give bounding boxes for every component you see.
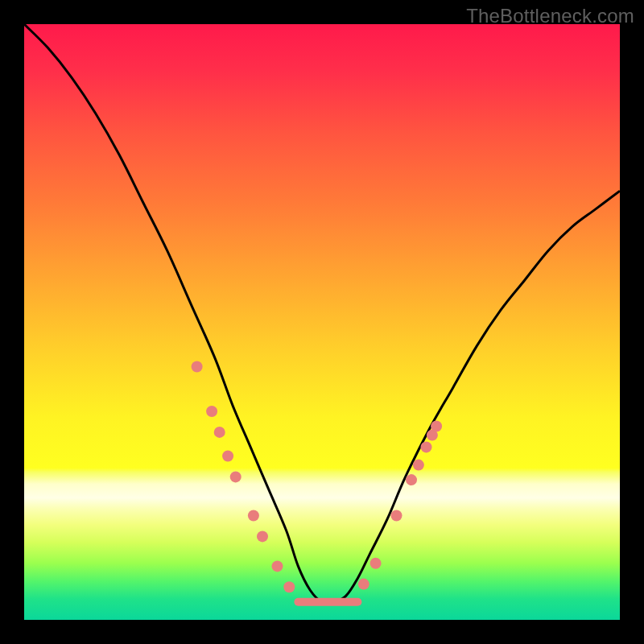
svg-point-9 — [272, 560, 283, 572]
svg-point-16 — [421, 441, 432, 452]
svg-point-18 — [431, 421, 442, 432]
svg-point-11 — [358, 579, 369, 590]
svg-point-6 — [230, 471, 242, 482]
svg-rect-0 — [24, 24, 620, 620]
svg-point-5 — [222, 451, 233, 462]
svg-point-3 — [206, 406, 217, 417]
svg-point-4 — [214, 427, 225, 438]
svg-point-12 — [370, 558, 382, 569]
svg-point-7 — [248, 510, 259, 522]
svg-point-2 — [192, 361, 203, 373]
bottleneck-curve — [24, 24, 620, 620]
watermark-text: TheBottleneck.com — [466, 5, 634, 27]
svg-point-13 — [391, 510, 402, 522]
chart-stage: TheBottleneck.com — [0, 0, 644, 644]
svg-point-8 — [257, 530, 268, 542]
svg-point-10 — [283, 581, 295, 592]
svg-point-14 — [406, 474, 417, 485]
svg-point-17 — [427, 430, 438, 441]
svg-point-15 — [413, 460, 424, 471]
plot-area — [24, 24, 620, 620]
gradient-background — [24, 24, 620, 620]
